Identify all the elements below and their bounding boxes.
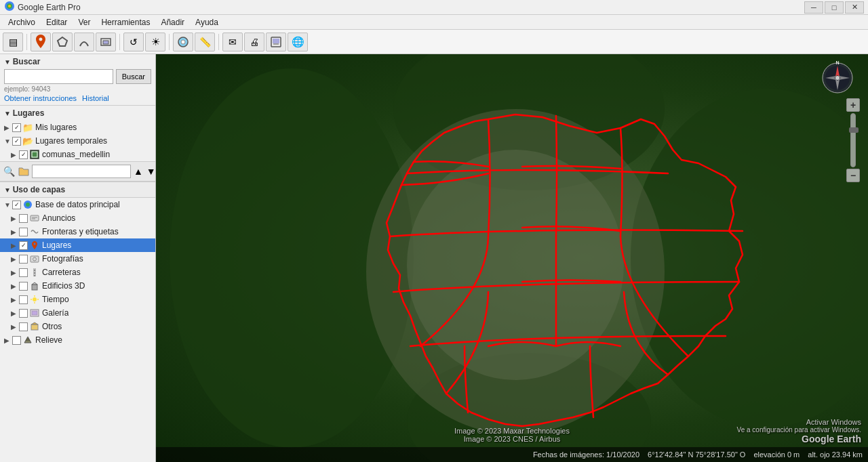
expand-arrow: ▶ xyxy=(11,269,19,276)
svg-point-14 xyxy=(26,203,30,207)
places-label-temporal: Lugares temporales xyxy=(35,136,107,146)
layer-item-lugares-layer[interactable]: ▶Lugares xyxy=(0,238,155,252)
places-header[interactable]: Lugares xyxy=(0,106,155,121)
app-title: Google Earth Pro xyxy=(18,3,804,12)
layer-checkbox-otros[interactable] xyxy=(19,322,28,331)
places-search-button[interactable]: 🔍 xyxy=(3,163,16,180)
zoom-in-button[interactable]: + xyxy=(846,98,860,112)
svg-point-46 xyxy=(835,76,840,80)
layer-checkbox-relieve[interactable] xyxy=(12,336,21,345)
places-search-input[interactable] xyxy=(32,165,131,178)
menu-item-archivo[interactable]: Archivo xyxy=(3,16,41,28)
refresh-button[interactable]: ↺ xyxy=(123,33,144,51)
close-button[interactable]: ✕ xyxy=(845,1,864,14)
search-button[interactable]: Buscar xyxy=(116,69,151,84)
layer-item-galeria[interactable]: ▶Galería xyxy=(0,306,155,320)
layer-item-base-datos[interactable]: ▼Base de datos principal xyxy=(0,198,155,211)
layer-icon-lugares-layer xyxy=(29,240,40,251)
maps-button[interactable]: 🌐 xyxy=(288,33,308,51)
minimize-button[interactable]: ─ xyxy=(804,1,823,14)
zoom-controls: + − xyxy=(846,98,860,182)
layer-item-edificios-3d[interactable]: ▶Edificios 3D xyxy=(0,279,155,293)
move-down-button[interactable]: ▼ xyxy=(146,163,156,180)
coords-status: 6°12'42.84" N 75°28'17.50" O xyxy=(648,450,745,459)
overlay-button[interactable] xyxy=(96,33,116,51)
ruler-button[interactable]: 📏 xyxy=(195,33,215,51)
menu-item-herramientas[interactable]: Herramientas xyxy=(96,16,155,28)
menu-item-editar[interactable]: Editar xyxy=(41,16,73,28)
layer-icon-galeria xyxy=(29,308,40,318)
layer-checkbox-galeria[interactable] xyxy=(19,309,28,318)
zoom-slider[interactable] xyxy=(850,113,856,167)
places-label-comunas: comunas_medellin xyxy=(42,150,110,159)
ge-watermark: Activar Windows Ve a configuración para … xyxy=(737,418,861,444)
email-button[interactable]: ✉ xyxy=(222,33,243,51)
sun-button[interactable]: ☀ xyxy=(145,33,165,51)
layer-icon-carreteras xyxy=(29,267,40,278)
layer-item-carreteras[interactable]: ▶Carreteras xyxy=(0,266,155,279)
places-folder-button[interactable] xyxy=(18,163,30,180)
folder-icon: 📁 xyxy=(22,122,33,133)
layer-item-relieve[interactable]: ▶Relieve xyxy=(0,333,155,347)
print-button[interactable]: 🖨 xyxy=(244,33,264,51)
polygon-button[interactable] xyxy=(52,33,73,51)
get-directions-link[interactable]: Obtener instrucciones xyxy=(4,94,77,102)
layer-icon-otros xyxy=(29,321,40,332)
layer-label-tiempo: Tiempo xyxy=(42,295,69,304)
layer-item-fotografias[interactable]: ▶Fotografías xyxy=(0,252,155,266)
save-image-button[interactable] xyxy=(266,33,286,51)
zoom-out-button[interactable]: − xyxy=(846,169,860,182)
layer-item-fronteras[interactable]: ▶Fronteras y etiquetas xyxy=(0,225,155,238)
expand-arrow: ▶ xyxy=(11,282,19,290)
layer-checkbox-carreteras[interactable] xyxy=(19,268,28,277)
search-title[interactable]: Buscar xyxy=(4,57,151,66)
svg-marker-21 xyxy=(32,282,37,285)
zoom-thumb xyxy=(849,127,859,133)
placemark-button[interactable] xyxy=(31,33,51,51)
eye-alt-status: alt. ojo 23.94 km xyxy=(808,450,863,459)
tree-item-comunas[interactable]: ▶ comunas_medellin xyxy=(0,148,155,161)
window-controls: ─ □ ✕ xyxy=(804,1,864,14)
svg-point-38 xyxy=(407,150,624,380)
places-checkbox-mis-lugares[interactable] xyxy=(12,123,21,132)
path-button[interactable] xyxy=(74,33,94,51)
layer-checkbox-lugares-layer[interactable] xyxy=(19,241,28,250)
layer-checkbox-base-datos[interactable] xyxy=(12,201,21,209)
layer-item-anuncios[interactable]: ▶Anuncios xyxy=(0,211,155,225)
activate-windows-sub: Ve a configuración para activar Windows. xyxy=(737,426,861,434)
left-panel: Buscar Buscar ejemplo: 94043 Obtener ins… xyxy=(0,54,156,462)
expand-arrow: ▶ xyxy=(11,215,19,222)
main-content: Buscar Buscar ejemplo: 94043 Obtener ins… xyxy=(0,54,868,462)
svg-rect-15 xyxy=(31,215,39,221)
maximize-button[interactable]: □ xyxy=(825,1,844,14)
layers-header[interactable]: Uso de capas xyxy=(0,182,155,198)
layer-checkbox-fotografias[interactable] xyxy=(19,255,28,264)
layer-checkbox-fronteras[interactable] xyxy=(19,228,28,236)
tree-item-mis-lugares[interactable]: ▶ 📁 Mis lugares xyxy=(0,121,155,134)
layer-checkbox-tiempo[interactable] xyxy=(19,295,28,304)
layer-item-tiempo[interactable]: ▶Tiempo xyxy=(0,293,155,306)
toolbar: ▤ ↺ ☀ 📏 ✉ 🖨 🌐 xyxy=(0,30,868,54)
map-area[interactable]: N + − Image © 2023 Maxar Technologies Im… xyxy=(156,54,868,462)
layer-label-base-datos: Base de datos principal xyxy=(35,200,120,209)
layer-item-otros[interactable]: ▶Otros xyxy=(0,320,155,333)
sidebar-toggle-button[interactable]: ▤ xyxy=(3,33,23,51)
history-link[interactable]: Historial xyxy=(82,94,109,102)
menu-item-anadir[interactable]: Añadir xyxy=(155,16,190,28)
layers-section: Uso de capas ▼Base de datos principal▶An… xyxy=(0,182,155,462)
layer-icon-edificios-3d xyxy=(29,280,40,291)
sky-button[interactable] xyxy=(173,33,193,51)
map-svg xyxy=(156,54,868,462)
places-checkbox-temporal[interactable] xyxy=(12,137,21,146)
layer-checkbox-anuncios[interactable] xyxy=(19,214,28,223)
tree-item-lugares-temporales[interactable]: ▼ 📂 Lugares temporales xyxy=(0,134,155,148)
places-checkbox-comunas[interactable] xyxy=(19,150,28,159)
menu-item-ayuda[interactable]: Ayuda xyxy=(190,16,224,28)
compass[interactable]: N xyxy=(821,61,854,95)
svg-marker-30 xyxy=(31,322,38,324)
menu-item-ver[interactable]: Ver xyxy=(73,16,96,28)
move-up-button[interactable]: ▲ xyxy=(133,163,144,180)
expand-arrow: ▶ xyxy=(11,242,19,249)
search-input[interactable] xyxy=(4,69,113,84)
layer-checkbox-edificios-3d[interactable] xyxy=(19,282,28,291)
